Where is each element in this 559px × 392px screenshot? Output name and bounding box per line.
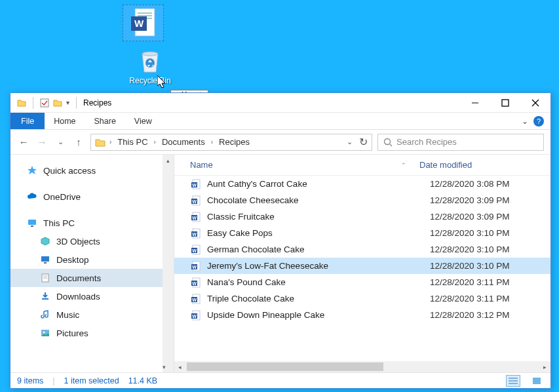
forward-button[interactable]: → <box>35 136 48 147</box>
sidebar-item-documents[interactable]: Documents <box>10 269 174 287</box>
status-bar: 9 items | 1 item selected 11.4 KB <box>10 372 550 388</box>
cloud-icon <box>26 191 38 203</box>
dragged-file-ghost: W <box>123 5 164 41</box>
sidebar-scrollbar[interactable]: ▴▾ <box>163 155 174 372</box>
word-document-icon: W <box>190 179 202 189</box>
breadcrumb-this-pc[interactable]: This PC <box>115 137 149 147</box>
svg-rect-2 <box>138 15 152 16</box>
sidebar-onedrive[interactable]: OneDrive <box>10 187 174 206</box>
search-icon <box>383 138 393 147</box>
file-date: 12/28/2020 3:11 PM <box>430 277 550 287</box>
status-selected: 1 item selected <box>64 376 119 385</box>
column-name[interactable]: Name <box>190 160 213 170</box>
maximize-button[interactable] <box>490 93 520 113</box>
cursor-icon <box>157 75 169 90</box>
svg-text:W: W <box>192 199 197 203</box>
svg-rect-10 <box>502 100 509 106</box>
file-name: German Chocolate Cake <box>207 245 430 254</box>
file-row[interactable]: WChocolate Cheesecake12/28/2020 3:09 PM <box>174 192 550 208</box>
word-document-icon: W <box>190 294 202 304</box>
sidebar-item-music[interactable]: Music <box>10 305 174 324</box>
thumbnails-view-button[interactable] <box>530 375 544 387</box>
downloads-icon <box>39 290 51 302</box>
file-name: Triple Chocolate Cake <box>207 294 430 304</box>
file-date: 12/28/2020 3:12 PM <box>430 310 550 320</box>
file-date: 12/28/2020 3:08 PM <box>430 179 550 189</box>
column-headers[interactable]: Name⌃ Date modified <box>174 155 550 176</box>
new-folder-icon[interactable] <box>53 98 62 108</box>
file-list[interactable]: WAunt Cathy's Carrot Cake12/28/2020 3:08… <box>174 176 550 361</box>
share-tab[interactable]: Share <box>85 113 125 129</box>
file-name: Jeremy's Low-Fat Cheesecake <box>207 261 430 271</box>
horizontal-scrollbar[interactable]: ◂▸ <box>174 361 550 372</box>
svg-rect-1 <box>138 12 152 14</box>
file-row[interactable]: WGerman Chocolate Cake12/28/2020 3:10 PM <box>174 241 550 258</box>
documents-icon <box>39 272 51 284</box>
file-row[interactable]: WClassic Fruitcake12/28/2020 3:09 PM <box>174 208 550 225</box>
status-size: 11.4 KB <box>128 376 157 385</box>
close-button[interactable] <box>520 93 550 113</box>
status-item-count: 9 items <box>17 376 43 385</box>
address-bar[interactable]: › This PC › Documents › Recipes ⌄ ↻ <box>90 134 372 151</box>
file-row[interactable]: WNana's Pound Cake12/28/2020 3:11 PM <box>174 274 550 290</box>
breadcrumb-recipes[interactable]: Recipes <box>217 137 252 147</box>
window-title: Recipes <box>83 98 111 108</box>
svg-point-23 <box>43 332 45 334</box>
ribbon-collapse-icon[interactable]: ⌄ <box>522 117 528 126</box>
properties-icon[interactable] <box>40 98 49 108</box>
sidebar-item-3d-objects[interactable]: 3D Objects <box>10 232 174 250</box>
file-row[interactable]: WUpside Down Pineapple Cake12/28/2020 3:… <box>174 307 550 323</box>
svg-text:W: W <box>192 248 197 252</box>
svg-text:W: W <box>192 297 197 302</box>
folder-icon[interactable] <box>17 98 26 108</box>
help-button[interactable]: ? <box>533 116 544 127</box>
word-document-icon: W <box>190 212 202 222</box>
up-button[interactable]: ↑ <box>72 136 85 147</box>
column-date[interactable]: Date modified <box>419 160 550 170</box>
minimize-button[interactable] <box>460 93 490 113</box>
home-tab[interactable]: Home <box>45 113 85 129</box>
svg-point-6 <box>142 52 158 56</box>
file-name: Easy Cake Pops <box>207 228 430 238</box>
recycle-bin-icon <box>136 46 164 75</box>
sidebar-item-desktop[interactable]: Desktop <box>10 250 174 269</box>
sidebar-quick-access[interactable]: Quick access <box>10 161 174 180</box>
sidebar-item-downloads[interactable]: Downloads <box>10 287 174 305</box>
search-box[interactable]: Search Recipes <box>377 134 544 151</box>
view-tab[interactable]: View <box>125 113 161 129</box>
file-name: Upside Down Pineapple Cake <box>207 310 430 320</box>
file-pane: Name⌃ Date modified WAunt Cathy's Carrot… <box>174 155 550 372</box>
svg-line-14 <box>390 144 393 146</box>
svg-rect-54 <box>533 378 541 384</box>
refresh-button[interactable]: ↻ <box>359 136 368 148</box>
history-dropdown[interactable]: ⌄ <box>54 138 67 146</box>
folder-icon <box>95 137 106 147</box>
navigation-pane: Quick access OneDrive This PC 3D Objects… <box>10 155 174 372</box>
file-row[interactable]: WAunt Cathy's Carrot Cake12/28/2020 3:08… <box>174 176 550 192</box>
svg-text:W: W <box>192 313 197 318</box>
details-view-button[interactable] <box>506 375 520 387</box>
breadcrumb-documents[interactable]: Documents <box>160 137 207 147</box>
word-document-icon: W <box>190 310 202 321</box>
3d-objects-icon <box>39 235 51 247</box>
file-date: 12/28/2020 3:10 PM <box>430 228 550 238</box>
file-name: Aunt Cathy's Carrot Cake <box>207 179 430 189</box>
titlebar: ▾ Recipes <box>10 93 550 113</box>
file-date: 12/28/2020 3:11 PM <box>430 294 550 304</box>
file-name: Chocolate Cheesecake <box>207 195 430 205</box>
file-date: 12/28/2020 3:10 PM <box>430 261 550 271</box>
file-date: 12/28/2020 3:09 PM <box>430 195 550 205</box>
file-tab[interactable]: File <box>10 113 45 129</box>
back-button[interactable]: ← <box>17 136 30 147</box>
svg-rect-17 <box>41 256 49 262</box>
desktop-icon <box>39 254 51 265</box>
file-date: 12/28/2020 3:10 PM <box>430 245 550 254</box>
explorer-window: ▾ Recipes File Home Share View ⌄ ? ← → ⌄… <box>10 92 551 389</box>
file-row[interactable]: WJeremy's Low-Fat Cheesecake12/28/2020 3… <box>174 258 550 274</box>
address-dropdown-icon[interactable]: ⌄ <box>347 138 353 146</box>
file-row[interactable]: WEasy Cake Pops12/28/2020 3:10 PM <box>174 225 550 241</box>
sidebar-item-pictures[interactable]: Pictures <box>10 324 174 342</box>
sidebar-this-pc[interactable]: This PC <box>10 214 174 232</box>
file-row[interactable]: WTriple Chocolate Cake12/28/2020 3:11 PM <box>174 290 550 307</box>
svg-text:W: W <box>192 231 197 236</box>
